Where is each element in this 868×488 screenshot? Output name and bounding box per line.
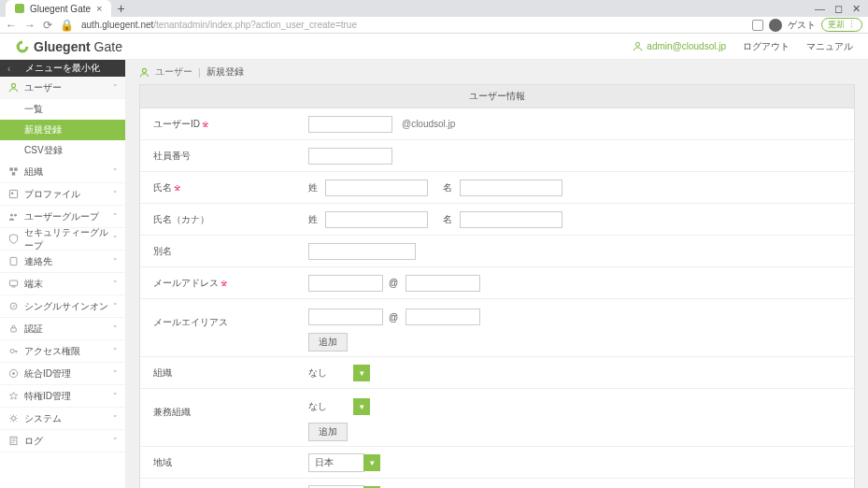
extensions-icon[interactable] [752,20,763,31]
update-button[interactable]: 更新 ⋮ [821,18,862,32]
idmgmt-icon [7,368,19,379]
brand-text-b: Gate [94,39,122,54]
language-select[interactable]: 日本語 ▾ [308,485,380,489]
log-icon [7,436,19,446]
email-local-input[interactable] [308,275,383,292]
email-domain-input[interactable] [406,275,480,292]
sidebar-item-org[interactable]: 組織˅ [0,161,125,183]
window-controls: — ◻ ✕ [815,3,868,15]
mail-alias-add-button[interactable]: 追加 [308,333,348,352]
name-sei-input[interactable] [325,179,428,196]
sidebar-item-auth[interactable]: 認証˅ [0,318,125,340]
logout-link[interactable]: ログアウト [743,40,790,53]
sidebar-item-profile[interactable]: プロファイル˅ [0,183,125,206]
chevron-down-icon: ˅ [113,414,118,423]
chevron-down-icon[interactable]: ▾ [363,454,380,471]
name-kana-sei-input[interactable] [325,211,428,228]
sidebar-item-label: 認証 [24,323,113,336]
chevron-down-icon[interactable]: ▾ [353,398,370,415]
main-content: ユーザー | 新規登録 ユーザー情報 ユーザーID※ @cloudsol.jp … [126,60,868,488]
chevron-down-icon: ˅ [113,212,118,222]
new-tab-button[interactable]: + [117,2,124,15]
breadcrumb-section[interactable]: ユーザー [155,65,192,79]
privid-icon [7,391,19,401]
nav-reload-icon[interactable]: ⟳ [43,19,52,32]
sidebar-item-label: ユーザー [24,81,113,94]
required-mark: ※ [202,120,209,129]
language-select-value: 日本語 [308,485,364,489]
mail-alias-local-input[interactable] [308,309,383,325]
sidebar-item-user[interactable]: ユーザー˄ [0,77,125,99]
breadcrumb-current: 新規登録 [206,65,244,79]
contact-icon [7,256,19,266]
nav-forward-icon[interactable]: → [24,19,36,32]
user-id-input[interactable] [308,116,392,133]
email-at-symbol: @ [389,278,398,288]
brand-logo[interactable]: Gluegent Gate [15,39,122,54]
svg-point-1 [11,83,15,87]
sidebar-subitem[interactable]: CSV登録 [0,140,125,161]
sidebar-collapse-label: メニューを最小化 [25,62,100,75]
region-select[interactable]: 日本 ▾ [308,453,380,472]
sidebar-subitem[interactable]: 新規登録 [0,120,125,140]
header-user-link[interactable]: admin@cloudsol.jp [633,41,726,51]
window-maximize-icon[interactable]: ◻ [834,3,843,15]
chevron-down-icon: ˅ [113,302,118,311]
chevron-up-icon: ˄ [113,83,118,93]
sidebar-item-access[interactable]: アクセス権限˅ [0,340,125,363]
sidebar-item-label: 連絡先 [24,255,113,268]
name-mei-input[interactable] [460,179,562,196]
sidebar-collapse-button[interactable]: ‹ メニューを最小化 [0,60,125,77]
tab-favicon [15,4,24,13]
breadcrumb: ユーザー | 新規登録 [139,60,855,84]
org-select[interactable]: なし ▾ [308,365,370,381]
sidebar-item-privid[interactable]: 特権ID管理˅ [0,385,125,408]
sidebar-item-label: 組織 [24,165,113,179]
sidebar-item-contact[interactable]: 連絡先˅ [0,251,125,273]
label-region: 地域 [153,457,172,467]
window-minimize-icon[interactable]: — [815,3,825,15]
row-email: メールアドレス※ @ [140,267,854,299]
profile-label: ゲスト [788,19,816,32]
browser-tab[interactable]: Gluegent Gate × [6,0,111,17]
row-language: 言語 日本語 ▾ [140,479,854,488]
row-mail-alias: メールエイリアス @ 追加 [140,299,854,357]
svg-point-19 [11,416,15,420]
chevron-left-icon: ‹ [7,64,10,74]
concurrent-org-add-button[interactable]: 追加 [308,423,348,441]
required-mark: ※ [221,279,228,288]
sidebar-item-label: シングルサインオン [24,300,113,313]
sidebar: ‹ メニューを最小化 ユーザー˄一覧新規登録CSV登録組織˅プロファイル˅ユーザ… [0,60,126,488]
emp-no-input[interactable] [308,148,392,165]
sidebar-item-secgroup[interactable]: セキュリティーグループ˅ [0,228,125,251]
chevron-down-icon[interactable]: ▾ [353,365,370,381]
tab-close-icon[interactable]: × [96,3,102,14]
sidebar-item-label: 統合ID管理 [24,367,113,380]
svg-point-18 [12,372,15,375]
sidebar-item-terminal[interactable]: 端末˅ [0,273,125,295]
user-icon [633,41,643,51]
alias-input[interactable] [308,243,416,260]
terminal-icon [7,279,19,289]
manual-link[interactable]: マニュアル [806,40,853,53]
window-close-icon[interactable]: ✕ [852,3,861,15]
sidebar-subitem[interactable]: 一覧 [0,99,125,120]
sidebar-item-idmgmt[interactable]: 統合ID管理˅ [0,363,125,385]
mail-alias-domain-input[interactable] [406,309,480,325]
url-field[interactable]: auth.gluegent.net/tenantadmin/index.php?… [81,20,745,30]
label-alias: 別名 [153,246,172,256]
sidebar-item-group[interactable]: ユーザーグループ˅ [0,206,125,228]
label-mei-kana: 名 [443,213,452,226]
concurrent-org-select[interactable]: なし ▾ [308,398,370,415]
svg-point-7 [10,214,13,217]
profile-avatar-icon[interactable] [769,19,782,32]
sidebar-item-log[interactable]: ログ˅ [0,430,125,452]
user-icon [7,82,19,93]
user-icon [139,67,149,78]
sidebar-item-sso[interactable]: シングルサインオン˅ [0,295,125,318]
row-user-id: ユーザーID※ @cloudsol.jp [140,108,854,140]
nav-back-icon[interactable]: ← [6,19,17,32]
access-icon [7,346,19,356]
sidebar-item-system[interactable]: システム˅ [0,408,125,430]
name-kana-mei-input[interactable] [460,211,562,228]
